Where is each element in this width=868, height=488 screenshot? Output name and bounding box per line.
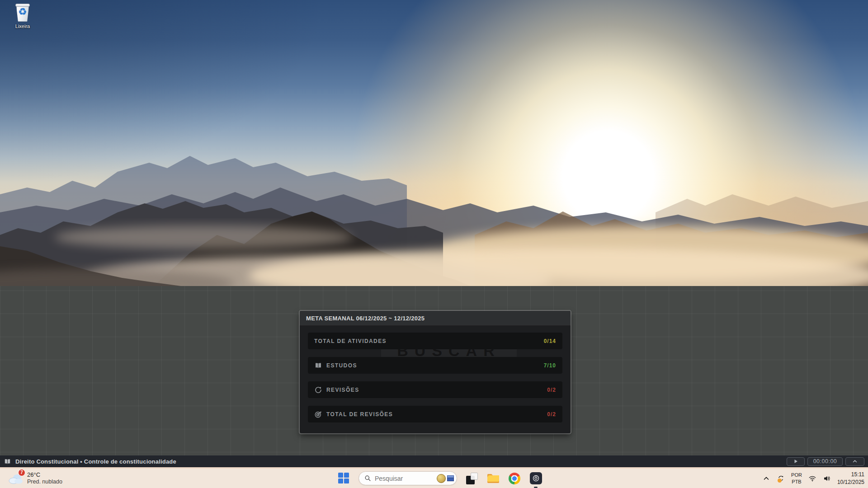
system-tray: POR PTB 15:11 10/12/2 [762, 469, 864, 488]
book-icon [314, 361, 322, 370]
subject-text: Direito Constitucional • Controle de con… [15, 458, 176, 465]
weather-condition: Pred. nublado [27, 479, 62, 486]
stat-label: TOTAL DE REVISÕES [326, 411, 393, 418]
taskbar-center [338, 469, 542, 488]
taskbar-app-squares[interactable] [466, 472, 478, 485]
timer-display[interactable]: 00:00:00 [807, 457, 843, 466]
search-icon [364, 475, 371, 482]
tray-sync[interactable] [777, 474, 785, 483]
stat-label: REVISÕES [326, 387, 359, 393]
wifi-icon [808, 474, 816, 483]
weekly-goal-rows: TOTAL DE ATIVIDADES 0/14 ESTUDOS 7/10 RE… [308, 333, 562, 430]
medal-icon[interactable] [437, 474, 446, 483]
taskbar-chrome[interactable] [508, 472, 521, 485]
search-input[interactable] [375, 475, 433, 482]
taskbar-file-explorer[interactable] [487, 472, 500, 485]
dimmed-app-window: META SEMANAL 06/12/2025 ~ 12/12/2025 BUS… [0, 286, 868, 455]
sync-status-dot [778, 479, 782, 483]
recycle-bin-icon: ♻ [13, 3, 33, 23]
weekly-goal-title: META SEMANAL 06/12/2025 ~ 12/12/2025 [306, 315, 425, 322]
chevron-up-icon [762, 474, 770, 483]
stat-label: TOTAL DE ATIVIDADES [314, 338, 387, 344]
start-button[interactable] [338, 473, 350, 484]
tray-time: 15:11 [837, 471, 864, 478]
weekly-goal-modal-header: META SEMANAL 06/12/2025 ~ 12/12/2025 [300, 311, 571, 326]
tray-volume[interactable] [823, 474, 831, 483]
mountains-graphic [0, 0, 868, 286]
recycle-bin-label: Lixeira [4, 23, 42, 29]
play-icon [793, 459, 798, 464]
target-icon [314, 410, 322, 418]
weather-widget[interactable]: 7 26°C Pred. nublado [5, 469, 66, 488]
refresh-icon [314, 386, 322, 394]
timer-expand-button[interactable] [845, 457, 864, 466]
recycle-bin-shortcut[interactable]: ♻ Lixeira [4, 3, 42, 29]
stat-value: 0/14 [544, 338, 556, 344]
stat-row-total-atividades: TOTAL DE ATIVIDADES 0/14 [308, 333, 562, 349]
taskbar: 7 26°C Pred. nublado [0, 469, 868, 488]
timer-play-button[interactable] [787, 457, 805, 466]
running-indicator [534, 487, 538, 488]
weather-temp: 26°C [27, 471, 62, 479]
taskbar-study-app[interactable] [529, 472, 542, 485]
stat-row-revisoes: REVISÕES 0/2 [308, 381, 562, 398]
study-app-icon [530, 472, 542, 484]
taskbar-search[interactable] [359, 471, 457, 485]
tray-date: 10/12/2025 [837, 479, 864, 486]
tray-language[interactable]: POR PTB [791, 472, 802, 485]
stat-label: ESTUDOS [326, 362, 357, 369]
tray-clock[interactable]: 15:11 10/12/2025 [837, 471, 864, 485]
tray-wifi[interactable] [808, 474, 816, 483]
study-status-bar: Direito Constitucional • Controle de con… [0, 455, 868, 467]
stat-value: 0/2 [547, 387, 556, 393]
chevron-up-icon [852, 459, 858, 464]
stat-row-estudos: ESTUDOS 7/10 [308, 357, 562, 374]
desktop-wallpaper [0, 0, 868, 286]
volume-icon [823, 474, 831, 483]
stat-value: 0/2 [547, 411, 556, 418]
weekly-goal-modal: META SEMANAL 06/12/2025 ~ 12/12/2025 BUS… [300, 311, 571, 433]
rewards-box-icon[interactable] [447, 475, 454, 482]
weather-alert-badge: 7 [18, 469, 25, 476]
start-icon [338, 473, 343, 478]
stat-value: 7/10 [544, 362, 556, 369]
tray-show-hidden[interactable] [762, 474, 770, 483]
cloud-icon: 7 [8, 472, 24, 485]
chrome-icon [509, 473, 520, 484]
stat-row-total-revisoes: TOTAL DE REVISÕES 0/2 [308, 406, 562, 422]
screen: ♻ Lixeira META SEMANAL 06/12/2025 ~ 12/1… [0, 0, 868, 488]
current-subject: Direito Constitucional • Controle de con… [4, 458, 176, 465]
book-icon [4, 458, 11, 465]
file-explorer-icon [487, 473, 500, 484]
